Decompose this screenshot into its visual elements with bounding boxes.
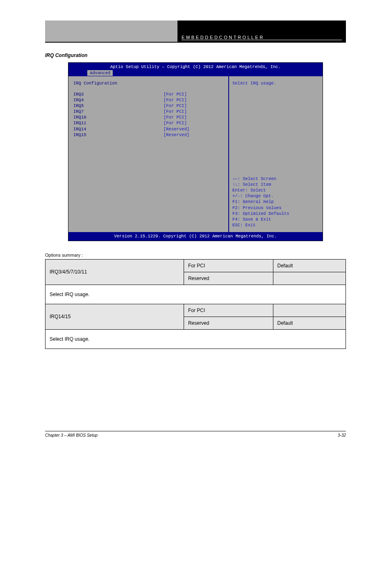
section-heading: IRQ Configuration — [45, 52, 346, 58]
bios-setting-key: IRQ4 — [73, 97, 164, 103]
bios-setting-value: [For PCI] — [164, 103, 187, 109]
bios-setting-key: IRQ10 — [73, 114, 164, 120]
bios-key-line: +/-: Change Opt. — [232, 193, 319, 199]
footer-right: 3-32 — [338, 433, 346, 438]
opt-choice: For PCI — [184, 259, 273, 272]
bios-setting-key: IRQ3 — [73, 91, 164, 97]
opt-label: IRQ3/4/5/7/10/11 — [45, 259, 184, 285]
bios-setting-row[interactable]: IRQ14[Reserved] — [73, 126, 228, 132]
header-right-block: E M B E D D E D C O N T R O L L E R — [177, 21, 346, 43]
bios-setting-value: [For PCI] — [164, 120, 187, 126]
table-desc-row: Select IRQ usage. — [45, 329, 346, 349]
page-header: E M B E D D E D C O N T R O L L E R — [45, 21, 346, 43]
bios-setting-row[interactable]: IRQ15[Reserved] — [73, 132, 228, 138]
opt-choice: For PCI — [184, 304, 273, 317]
options-table: IRQ3/4/5/7/10/11 For PCI Default Reserve… — [45, 259, 346, 349]
bios-setting-value: [For PCI] — [164, 97, 187, 103]
bios-body: IRQ Configuration IRQ3[For PCI]IRQ4[For … — [68, 76, 323, 232]
bios-setting-value: [Reserved] — [164, 126, 189, 132]
footer-left: Chapter 3 – AMI BIOS Setup — [45, 433, 98, 438]
bios-left-panel: IRQ Configuration IRQ3[For PCI]IRQ4[For … — [68, 76, 228, 232]
bios-setting-row[interactable]: IRQ4[For PCI] — [73, 97, 228, 103]
bios-setting-value: [For PCI] — [164, 91, 187, 97]
bios-panel-title: IRQ Configuration — [73, 80, 228, 86]
bios-setting-row[interactable]: IRQ3[For PCI] — [73, 91, 228, 97]
bios-setting-value: [Reserved] — [164, 132, 189, 138]
bios-setting-value: [For PCI] — [164, 109, 187, 114]
bios-key-line: →←: Select Screen — [232, 176, 319, 182]
bios-help-text: Select IRQ usage. — [232, 80, 319, 86]
bios-setting-key: IRQ7 — [73, 109, 164, 114]
bios-key-line: ↑↓: Select Item — [232, 182, 319, 187]
bios-setting-key: IRQ5 — [73, 103, 164, 109]
bios-key-line: F4: Save & Exit — [232, 217, 319, 222]
opt-default: Default — [273, 317, 346, 329]
bios-key-line: F3: Optimized Defaults — [232, 211, 319, 217]
bios-footer: Version 2.15.1229. Copyright (C) 2012 Am… — [68, 232, 323, 240]
opt-choice: Reserved — [184, 272, 273, 285]
bios-right-panel: Select IRQ usage. →←: Select Screen↑↓: S… — [228, 76, 323, 232]
header-left-block — [45, 21, 177, 43]
header-right-text: E M B E D D E D C O N T R O L L E R — [182, 35, 342, 40]
bios-screenshot: Aptio Setup Utility – Copyright (C) 2012… — [68, 62, 323, 241]
bios-key-line: F2: Previous Values — [232, 205, 319, 211]
bios-setting-row[interactable]: IRQ10[For PCI] — [73, 114, 228, 120]
bios-key-legend: →←: Select Screen↑↓: Select ItemEnter: S… — [232, 176, 319, 228]
table-row: IRQ14/15 For PCI — [45, 304, 346, 317]
bios-setting-key: IRQ14 — [73, 126, 164, 132]
opt-default: Default — [273, 259, 346, 272]
bios-tab-advanced[interactable]: Advanced — [87, 70, 113, 76]
bios-tabbar: Advanced — [68, 70, 323, 76]
bios-key-line: ESC: Exit — [232, 222, 319, 228]
opt-desc: Select IRQ usage. — [45, 285, 346, 304]
table-row: IRQ3/4/5/7/10/11 For PCI Default — [45, 259, 346, 272]
options-summary-label: Options summary : — [45, 253, 346, 258]
opt-label: IRQ14/15 — [45, 304, 184, 329]
bios-setting-row[interactable]: IRQ7[For PCI] — [73, 109, 228, 114]
bios-setting-row[interactable]: IRQ11[For PCI] — [73, 120, 228, 126]
opt-default — [273, 304, 346, 317]
bios-setting-value: [For PCI] — [164, 114, 187, 120]
table-desc-row: Select IRQ usage. — [45, 285, 346, 304]
bios-key-line: Enter: Select — [232, 187, 319, 193]
opt-default — [273, 272, 346, 285]
bios-setting-key: IRQ11 — [73, 120, 164, 126]
bios-title: Aptio Setup Utility – Copyright (C) 2012… — [68, 63, 323, 70]
bios-setting-row[interactable]: IRQ5[For PCI] — [73, 103, 228, 109]
bios-setting-key: IRQ15 — [73, 132, 164, 138]
bios-key-line: F1: General Help — [232, 199, 319, 205]
opt-desc: Select IRQ usage. — [45, 329, 346, 349]
opt-choice: Reserved — [184, 317, 273, 329]
page-footer: Chapter 3 – AMI BIOS Setup 3-32 — [45, 431, 346, 438]
